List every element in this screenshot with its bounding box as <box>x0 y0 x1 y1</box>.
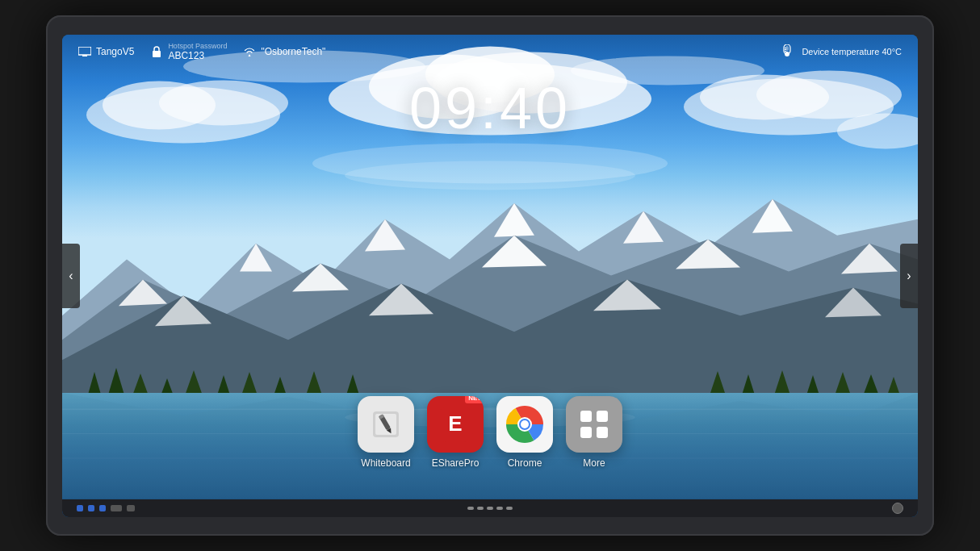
nav-dot-2[interactable] <box>477 507 484 510</box>
bottom-dot-5 <box>127 505 135 511</box>
dot-2 <box>597 411 608 422</box>
svg-point-74 <box>521 420 529 428</box>
lock-icon <box>150 45 163 58</box>
more-icon <box>566 396 622 453</box>
svg-rect-56 <box>82 55 87 56</box>
status-bar: TangoV5 Hotspot Password ABC123 <box>62 35 918 69</box>
svg-rect-55 <box>78 47 91 55</box>
dot-4 <box>597 427 608 438</box>
mountains-svg <box>62 155 918 420</box>
eshare-icon: NEW E <box>427 396 484 453</box>
clock-display: 09:40 <box>62 75 918 141</box>
svg-rect-57 <box>153 51 161 57</box>
bottom-right-button[interactable] <box>892 503 903 514</box>
device-name-item: TangoV5 <box>78 45 134 58</box>
bottom-nav-center <box>467 507 513 510</box>
wifi-ssid-text: "OsborneTech" <box>261 46 325 57</box>
nav-dot-3[interactable] <box>487 507 493 510</box>
nav-dot-1[interactable] <box>467 507 474 510</box>
dot-3 <box>580 427 592 438</box>
bottom-left-icons <box>77 505 135 511</box>
temperature-text: Device temperature 40°C <box>802 47 902 56</box>
wifi-icon <box>243 45 256 58</box>
wifi-item: "OsborneTech" <box>243 45 325 58</box>
app-more[interactable]: More <box>566 396 622 469</box>
chrome-icon <box>496 396 553 453</box>
svg-rect-62 <box>785 49 786 50</box>
clock-time: 09:40 <box>409 76 571 140</box>
status-left: TangoV5 Hotspot Password ABC123 <box>78 42 325 61</box>
eshare-label: ESharePro <box>432 457 480 469</box>
status-right: Device temperature 40°C <box>782 44 902 59</box>
bottom-dot-3 <box>99 505 106 511</box>
bottom-bar <box>62 499 918 517</box>
whiteboard-label: Whiteboard <box>361 457 410 469</box>
nav-dot-5[interactable] <box>506 507 513 510</box>
bottom-dot-2 <box>88 505 94 511</box>
right-chevron-icon: › <box>907 269 911 283</box>
app-whiteboard[interactable]: Whiteboard <box>358 396 414 469</box>
left-chevron-icon: ‹ <box>69 269 73 283</box>
app-chrome[interactable]: Chrome <box>496 396 553 469</box>
nav-arrow-left[interactable]: ‹ <box>62 244 80 308</box>
chrome-label: Chrome <box>508 457 542 469</box>
app-dock: Whiteboard NEW E ESharePro <box>358 396 622 469</box>
screen-bezel: TangoV5 Hotspot Password ABC123 <box>62 35 918 517</box>
dot-1 <box>580 411 592 422</box>
svg-rect-63 <box>785 51 786 52</box>
tv-display: TangoV5 Hotspot Password ABC123 <box>46 15 934 536</box>
new-badge: NEW <box>465 396 484 403</box>
hotspot-item: Hotspot Password ABC123 <box>150 42 227 61</box>
more-dots-grid <box>580 411 608 438</box>
svg-text:E: E <box>448 411 462 436</box>
svg-point-60 <box>785 52 789 56</box>
hotspot-text: Hotspot Password ABC123 <box>168 42 227 61</box>
whiteboard-icon <box>358 396 414 453</box>
temperature-icon <box>782 44 795 59</box>
more-label: More <box>583 457 605 469</box>
device-name-text: TangoV5 <box>96 46 134 57</box>
monitor-icon <box>78 45 91 58</box>
svg-rect-61 <box>785 48 786 48</box>
bottom-dot-4 <box>111 505 122 511</box>
bottom-dot-1 <box>77 505 83 511</box>
home-screen: TangoV5 Hotspot Password ABC123 <box>62 35 918 517</box>
app-esharepro[interactable]: NEW E ESharePro <box>427 396 484 469</box>
nav-arrow-right[interactable]: › <box>900 244 918 308</box>
nav-dot-4[interactable] <box>496 507 503 510</box>
